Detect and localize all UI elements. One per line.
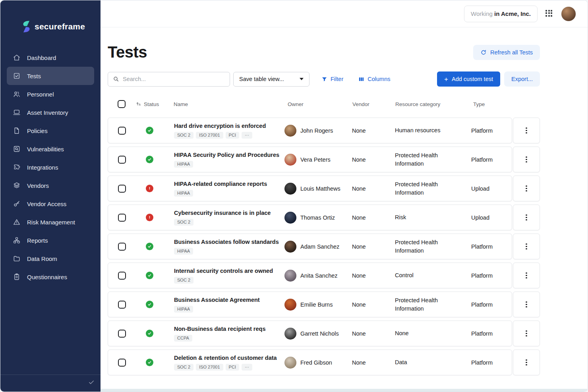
sidebar-item-asset-inventory[interactable]: Asset Inventory xyxy=(7,103,94,122)
refresh-label: Refresh all Tests xyxy=(490,49,533,56)
row-actions-button[interactable] xyxy=(513,176,540,201)
framework-badge: SOC 2 xyxy=(174,219,193,226)
type-value: Platform xyxy=(471,359,512,366)
workspace-switcher[interactable]: Working in Acme, Inc. xyxy=(464,6,538,22)
column-header-vendor[interactable]: Vendor xyxy=(352,101,395,107)
framework-badge: PCI xyxy=(226,132,239,139)
secureframe-s-icon xyxy=(22,20,31,33)
status-pass-icon xyxy=(146,156,153,163)
table-row: Business Associates follow standards HIP… xyxy=(108,234,540,259)
table-row: Internal security controls are owned SOC… xyxy=(108,263,540,288)
owner-name: Thomas Ortiz xyxy=(300,214,335,221)
kebab-icon xyxy=(526,301,527,308)
column-header-name[interactable]: Name xyxy=(166,101,284,107)
sidebar-item-label: Data Room xyxy=(27,255,57,262)
column-header-resource-category[interactable]: Resource category xyxy=(395,101,471,107)
sidebar-item-label: Integrations xyxy=(27,164,58,171)
resource-category-value: Protected Health Information xyxy=(395,180,459,197)
vendor-value: None xyxy=(352,243,395,250)
sidebar-item-integrations[interactable]: Integrations xyxy=(7,158,94,176)
test-name[interactable]: Business Associate Agreement xyxy=(174,297,284,303)
sidebar-item-vendor-access[interactable]: Vendor Access xyxy=(7,195,94,213)
row-actions-button[interactable] xyxy=(513,263,540,288)
owner-avatar xyxy=(284,357,296,369)
row-checkbox[interactable] xyxy=(118,330,126,338)
add-custom-test-button[interactable]: + Add custom test xyxy=(437,71,500,87)
sidebar-item-questionnaires[interactable]: Questionnaires xyxy=(7,268,94,286)
framework-badge: CCPA xyxy=(174,335,192,342)
refresh-all-tests-button[interactable]: Refresh all Tests xyxy=(473,45,540,60)
row-checkbox[interactable] xyxy=(118,272,126,280)
row-checkbox[interactable] xyxy=(118,185,126,193)
row-actions-button[interactable] xyxy=(513,321,540,346)
save-table-view-select[interactable]: Save table view... xyxy=(233,72,309,87)
folder-icon xyxy=(13,255,21,263)
refresh-icon xyxy=(480,49,487,56)
puzzle-icon xyxy=(13,163,21,171)
row-actions-button[interactable] xyxy=(513,118,540,143)
row-checkbox[interactable] xyxy=(118,214,126,222)
owner-avatar xyxy=(284,270,296,282)
vendor-value: None xyxy=(352,359,395,366)
type-value: Platform xyxy=(471,301,512,308)
row-checkbox[interactable] xyxy=(118,243,126,251)
type-value: Platform xyxy=(471,243,512,250)
sidebar-item-tests[interactable]: Tests xyxy=(7,67,94,85)
resource-category-value: None xyxy=(395,329,459,338)
search-input[interactable] xyxy=(123,76,225,82)
sidebar-item-personnel[interactable]: Personnel xyxy=(7,85,94,103)
kebab-icon xyxy=(526,214,527,221)
sidebar-item-policies[interactable]: Policies xyxy=(7,122,94,140)
row-checkbox[interactable] xyxy=(118,359,126,367)
sidebar-item-vendors[interactable]: Vendors xyxy=(7,176,94,195)
sort-icon xyxy=(136,101,141,107)
test-name[interactable]: Deletion & retention of customer data xyxy=(174,355,284,361)
owner-name: Louis Matthews xyxy=(300,185,340,192)
test-name[interactable]: Business Associates follow standards xyxy=(174,239,284,245)
sidebar-item-vulnerabilities[interactable]: Vulnerabilities xyxy=(7,140,94,158)
row-checkbox[interactable] xyxy=(118,156,126,164)
row-checkbox[interactable] xyxy=(118,127,126,135)
workspace-prefix: Working xyxy=(471,10,494,17)
row-checkbox[interactable] xyxy=(118,301,126,309)
row-actions-button[interactable] xyxy=(513,147,540,172)
vendor-value: None xyxy=(352,301,395,308)
column-header-status[interactable]: Status xyxy=(132,101,166,107)
row-actions-button[interactable] xyxy=(513,205,540,230)
sidebar-item-risk-management[interactable]: Risk Management xyxy=(7,213,94,231)
test-name[interactable]: HIPAA-related compliance reports xyxy=(174,181,284,187)
filter-button[interactable]: Filter xyxy=(321,76,343,82)
sidebar-item-label: Vendors xyxy=(27,182,49,189)
test-name[interactable]: Internal security controls are owned xyxy=(174,268,284,274)
main-content: Tests Refresh all Tests Save table view.… xyxy=(101,27,588,392)
warning-triangle-icon xyxy=(13,218,21,226)
vendor-value: None xyxy=(352,156,395,163)
sidebar-item-reports[interactable]: Reports xyxy=(7,231,94,249)
test-name[interactable]: Cybersecurity insurance is in place xyxy=(174,210,284,216)
framework-badges: HIPAA xyxy=(174,161,284,168)
export-button[interactable]: Export... xyxy=(504,71,540,87)
select-all-checkbox[interactable] xyxy=(118,100,126,108)
table-row: HIPAA-related compliance reports HIPAA L… xyxy=(108,176,540,201)
resource-category-value: Protected Health Information xyxy=(395,296,459,313)
kebab-icon xyxy=(526,156,527,163)
columns-button[interactable]: Columns xyxy=(358,76,390,82)
sidebar-item-dashboard[interactable]: Dashboard xyxy=(7,48,94,67)
org-chart-icon xyxy=(13,236,21,244)
test-name[interactable]: Non-Business data recipient reqs xyxy=(174,326,284,332)
collapse-check-icon[interactable] xyxy=(88,378,95,386)
test-name[interactable]: HIPAA Security Policy and Procedures xyxy=(174,152,284,158)
status-pass-icon xyxy=(146,272,153,279)
apps-grid-icon[interactable] xyxy=(545,10,553,18)
row-actions-button[interactable] xyxy=(513,350,540,375)
row-actions-button[interactable] xyxy=(513,292,540,317)
sidebar-item-data-room[interactable]: Data Room xyxy=(7,249,94,268)
owner-name: Adam Sanchez xyxy=(300,243,339,250)
test-name[interactable]: Hard drive encryption is enforced xyxy=(174,123,284,129)
resource-category-value: Human resources xyxy=(395,126,459,135)
column-header-owner[interactable]: Owner xyxy=(284,101,352,107)
column-header-type[interactable]: Type xyxy=(471,101,512,107)
user-avatar[interactable] xyxy=(561,7,576,21)
row-actions-button[interactable] xyxy=(513,234,540,259)
brand-logo: secureframe xyxy=(22,20,85,33)
